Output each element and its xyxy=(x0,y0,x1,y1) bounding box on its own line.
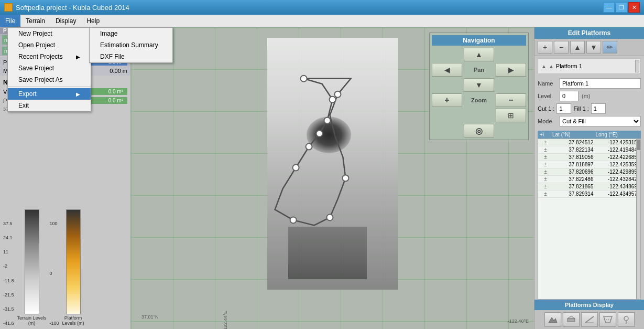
platform-legend-bar xyxy=(66,209,81,314)
coord-pm-7[interactable]: ± xyxy=(539,191,552,197)
pen-tool-button[interactable]: ✏ xyxy=(603,41,617,54)
coord-lon-6: -122.434869 xyxy=(596,184,640,189)
cut-label: Cut 1 : xyxy=(538,105,554,112)
level-input[interactable] xyxy=(560,91,578,101)
nav-grid-button[interactable]: ⊞ xyxy=(496,109,526,122)
terrain-legend-label: Terrain Levels(m) xyxy=(17,315,47,326)
menu-display[interactable]: Display xyxy=(50,15,81,27)
nav-zoom-in-button[interactable]: + xyxy=(432,93,462,107)
mode-select[interactable]: Cut & Fill Cut Only Fill Only xyxy=(560,116,641,126)
plat-scale-m100: -100 xyxy=(50,321,59,326)
platform-form: Name Level (m) Cut 1 : Fill 1 : Mode Cut… xyxy=(534,76,644,131)
fill-input[interactable] xyxy=(591,103,606,114)
svg-line-13 xyxy=(585,316,594,323)
coord-row-1: ± 37.822134 -122.419484 xyxy=(538,146,640,154)
coord-lat-0: 37.824512 xyxy=(552,140,596,145)
coord-label-right: -122.40°E xyxy=(508,319,529,324)
coord-table-scrollbar[interactable] xyxy=(636,139,640,299)
map-area[interactable]: 37.01°N -122.44°E -122.40°E 37 km m Navi… xyxy=(131,27,534,329)
level-unit: (m) xyxy=(582,93,591,99)
coord-pm-2[interactable]: ± xyxy=(539,154,552,160)
nav-left-button[interactable]: ◀ xyxy=(432,63,462,77)
terrain-scale-0: 24.1 xyxy=(3,235,14,240)
platform-tree[interactable]: ▲ Platform 1 xyxy=(538,58,641,74)
platform-tree-item[interactable]: Platform 1 xyxy=(556,63,582,69)
coord-lat-3: 37.818897 xyxy=(552,162,596,167)
menu-item-export[interactable]: Export ▶ xyxy=(8,88,91,100)
restore-button[interactable]: ❐ xyxy=(616,2,627,13)
terrain-scale-m400: -21.5 xyxy=(3,292,14,298)
coord-lon-7: -122.434957 xyxy=(596,191,640,197)
tree-icon: ▲ xyxy=(549,63,554,69)
nav-zoom-out-button[interactable]: − xyxy=(496,93,526,107)
display-platform-button[interactable] xyxy=(563,312,580,327)
menu-item-save-project-as[interactable]: Save Project As xyxy=(8,74,91,86)
coord-label-left: -122.44°E xyxy=(223,311,228,329)
titlebar-controls[interactable]: — ❐ ✕ xyxy=(603,2,640,13)
name-input[interactable] xyxy=(560,78,641,89)
display-slope-button[interactable] xyxy=(581,312,598,327)
menu-item-open-project[interactable]: Open Project xyxy=(8,39,91,51)
add-platform-button[interactable]: + xyxy=(538,41,552,54)
coord-row-2: ± 37.819056 -122.422685 xyxy=(538,154,640,161)
terrain-legend-bar xyxy=(25,209,39,314)
menu-help[interactable]: Help xyxy=(81,15,105,27)
terrain-scale-m100: 11 xyxy=(3,249,14,254)
platform-legend-label: PlatformLevels (m) xyxy=(62,315,84,326)
mode-label: Mode xyxy=(538,118,558,124)
svg-rect-11 xyxy=(567,319,575,322)
svg-marker-12 xyxy=(567,316,575,319)
arrow-icon: ▶ xyxy=(76,54,80,60)
coord-pm-0[interactable]: ± xyxy=(539,140,552,145)
map-dark-region xyxy=(307,116,351,153)
max-height-value: 0.00 m xyxy=(110,68,127,74)
coord-lat-6: 37.821865 xyxy=(552,184,596,189)
coord-pm-5[interactable]: ± xyxy=(539,176,552,182)
arrow-icon: ▶ xyxy=(76,91,80,97)
coord-table: ± 37.824512 -122.425315 ± 37.822134 -122… xyxy=(538,139,641,300)
menu-file[interactable]: File xyxy=(0,15,20,27)
coord-lon-4: -122.429895 xyxy=(596,169,640,175)
coord-lon-0: -122.425315 xyxy=(596,140,640,145)
remove-platform-button[interactable]: − xyxy=(554,41,569,54)
move-down-button[interactable]: ▼ xyxy=(586,41,601,54)
minimize-button[interactable]: — xyxy=(603,2,615,13)
move-up-button[interactable]: ▲ xyxy=(570,41,585,54)
display-cut-button[interactable] xyxy=(599,312,616,327)
export-dxf[interactable]: DXF File xyxy=(90,51,172,62)
coord-pm-6[interactable]: ± xyxy=(539,184,552,189)
menu-terrain[interactable]: Terrain xyxy=(20,15,50,27)
net-volume-value: 0.0 m³ xyxy=(85,88,127,95)
menu-item-save-project[interactable]: Save Project xyxy=(8,62,91,74)
nav-up-button[interactable]: ▲ xyxy=(464,48,494,61)
right-panel: Edit Platforms + − ▲ ▼ ✏ ▲ Platform 1 Na… xyxy=(534,27,644,329)
display-terrain-button[interactable] xyxy=(544,312,561,327)
menu-item-exit[interactable]: Exit xyxy=(8,100,91,111)
fill-label: Fill 1 : xyxy=(573,105,588,112)
edit-platforms-toolbar: + − ▲ ▼ ✏ xyxy=(534,39,644,56)
export-image[interactable]: Image xyxy=(90,28,172,39)
menu-item-new-project[interactable]: New Project xyxy=(8,28,91,39)
coord-pm-3[interactable]: ± xyxy=(539,162,552,167)
coord-table-header: +\ Lat (°N) Long (°E) xyxy=(538,131,641,139)
export-estimation[interactable]: Estimation Summary xyxy=(90,39,172,51)
coord-row-4: ± 37.820696 -122.429895 xyxy=(538,168,640,176)
tree-scrollbar[interactable] xyxy=(635,60,639,72)
coord-row-0: ± 37.824512 -122.425315 xyxy=(538,139,640,146)
menu-item-recent-projects[interactable]: Recent Projects ▶ xyxy=(8,51,91,62)
coord-pm-4[interactable]: ± xyxy=(539,169,552,175)
level-field-row: Level (m) xyxy=(538,91,641,101)
coord-lon-3: -122.425359 xyxy=(596,162,640,167)
coord-pm-1[interactable]: ± xyxy=(539,147,552,153)
scrollbar-thumb xyxy=(637,140,640,150)
close-button[interactable]: ✕ xyxy=(628,2,640,13)
nav-down-button[interactable]: ▼ xyxy=(464,78,494,92)
window-title: Softpedia project - Kubla Cubed 2014 xyxy=(16,4,129,12)
cut-input[interactable] xyxy=(556,103,571,114)
coord-lat-5: 37.822486 xyxy=(552,176,596,182)
nav-fit-button[interactable]: ◎ xyxy=(464,124,494,137)
coord-row-5: ± 37.822486 -122.432842 xyxy=(538,176,640,183)
display-pin-button[interactable] xyxy=(618,312,635,327)
coord-row-3: ± 37.818897 -122.425359 xyxy=(538,161,640,168)
nav-right-button[interactable]: ▶ xyxy=(496,63,526,77)
